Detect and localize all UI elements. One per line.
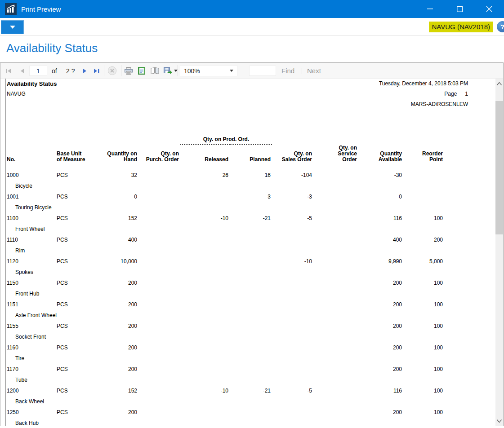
item-uom: PCS <box>57 321 93 331</box>
item-uom: PCS <box>57 278 93 288</box>
item-no: 1110 <box>7 234 57 245</box>
item-qty-purch-order <box>138 170 180 181</box>
item-description: Touring Bicycle <box>7 202 444 213</box>
find-next-button[interactable]: Next <box>307 63 321 79</box>
item-released <box>180 342 230 353</box>
item-no: 1155 <box>7 321 57 331</box>
report-page-number: Page1 <box>379 91 468 101</box>
item-qty-service-order <box>313 213 358 224</box>
item-released: 26 <box>180 170 230 181</box>
minimize-icon <box>427 9 433 9</box>
item-uom: PCS <box>57 407 93 418</box>
company-badge: NAVUG (NAV2018) <box>429 22 494 32</box>
item-released <box>180 234 230 245</box>
col-header-planned: Planned <box>230 145 272 170</box>
availability-table: Qty. on Prod. Ord. No. Base Unit of Meas… <box>7 135 444 426</box>
chevron-down-icon <box>230 70 233 72</box>
item-row: 1160 PCS 200 200 100 <box>7 342 444 353</box>
item-reorder-point <box>403 191 444 202</box>
item-description-row: Socket Front <box>7 331 444 342</box>
item-released <box>180 407 230 418</box>
find-input[interactable] <box>249 66 276 76</box>
item-row: 1155 PCS 200 200 100 <box>7 321 444 331</box>
item-no: 1120 <box>7 256 57 267</box>
item-uom: PCS <box>57 364 93 375</box>
item-qty-available: 200 <box>358 299 403 310</box>
item-reorder-point: 100 <box>403 407 444 418</box>
col-header-qty-available: Quantity Available <box>358 145 403 170</box>
item-planned <box>230 278 272 288</box>
item-description-row: Bicycle <box>7 181 444 191</box>
export-icon <box>163 67 172 75</box>
zoom-value: 100% <box>184 67 200 75</box>
item-row: 1001 PCS 0 3 -3 0 <box>7 191 444 202</box>
item-description-row: Axle Front Wheel <box>7 310 444 321</box>
item-qty-available: 200 <box>358 321 403 331</box>
zoom-select[interactable]: 100% <box>180 65 237 76</box>
item-qty-purch-order <box>138 234 180 245</box>
vertical-scrollbar[interactable] <box>495 79 503 426</box>
item-qty-sales-order <box>272 321 313 331</box>
item-qty-purch-order <box>138 321 180 331</box>
item-row: 1110 PCS 400 400 200 <box>7 234 444 245</box>
of-label: of <box>52 63 57 79</box>
title-bar: Print Preview <box>0 0 504 18</box>
item-qty-available: -30 <box>358 170 403 181</box>
item-qty-on-hand: 200 <box>93 278 138 288</box>
item-description-row: Front Hub <box>7 288 444 299</box>
item-qty-available: 200 <box>358 364 403 375</box>
item-qty-sales-order <box>272 364 313 375</box>
next-page-icon <box>82 68 88 74</box>
last-page-button[interactable] <box>93 63 100 79</box>
ribbon-dropdown-button[interactable] <box>1 20 24 34</box>
scroll-down-button[interactable] <box>495 417 503 425</box>
item-description: Spokes <box>7 267 444 278</box>
item-qty-on-hand: 200 <box>93 342 138 353</box>
item-planned <box>230 342 272 353</box>
next-page-button[interactable] <box>82 63 88 79</box>
print-layout-button[interactable] <box>138 63 146 79</box>
minimize-button[interactable] <box>415 0 445 18</box>
item-qty-sales-order <box>272 234 313 245</box>
item-qty-sales-order <box>272 278 313 288</box>
scrollbar-thumb[interactable] <box>495 101 503 234</box>
export-button[interactable] <box>163 63 178 79</box>
maximize-button[interactable] <box>445 0 474 18</box>
item-qty-purch-order <box>138 278 180 288</box>
page-setup-button[interactable] <box>150 63 160 79</box>
item-no: 1151 <box>7 299 57 310</box>
item-reorder-point: 200 <box>403 234 444 245</box>
current-page-input[interactable] <box>29 66 47 76</box>
item-qty-sales-order: -10 <box>272 256 313 267</box>
item-qty-on-hand: 400 <box>93 234 138 245</box>
print-button[interactable] <box>124 63 133 79</box>
item-description-row: Touring Bicycle <box>7 202 444 213</box>
report-user: MARS-AD\ROSENLEW <box>379 101 468 111</box>
item-qty-service-order <box>313 385 358 396</box>
chevron-down-icon <box>10 26 15 29</box>
item-uom: PCS <box>57 213 93 224</box>
app-icon <box>5 3 17 15</box>
item-released: -10 <box>180 385 230 396</box>
report-header-right: Tuesday, December 4, 2018 5:03 PM Page1 … <box>379 80 468 111</box>
item-row: 1100 PCS 152 -10 -21 -5 116 100 <box>7 213 444 224</box>
toolbar-separator <box>104 65 104 76</box>
help-icon[interactable]: ? <box>497 21 504 32</box>
close-button[interactable] <box>474 0 504 18</box>
toolbar-separator <box>178 65 178 76</box>
scroll-up-button[interactable] <box>495 79 503 88</box>
item-reorder-point: 5,000 <box>403 256 444 267</box>
item-uom: PCS <box>57 234 93 245</box>
page-left-edge <box>5 79 6 426</box>
item-qty-purch-order <box>138 385 180 396</box>
item-description-row: Back Hub <box>7 418 444 426</box>
first-page-button[interactable] <box>5 63 12 79</box>
page-setup-icon <box>150 67 160 75</box>
find-button[interactable]: Find <box>281 63 294 79</box>
item-qty-service-order <box>313 364 358 375</box>
item-qty-sales-order: -3 <box>272 191 313 202</box>
previous-page-button[interactable] <box>19 63 25 79</box>
item-description: Tube <box>7 375 444 385</box>
last-page-icon <box>93 68 100 74</box>
col-header-qty-service-order: Qty. on Service Order <box>313 145 358 170</box>
